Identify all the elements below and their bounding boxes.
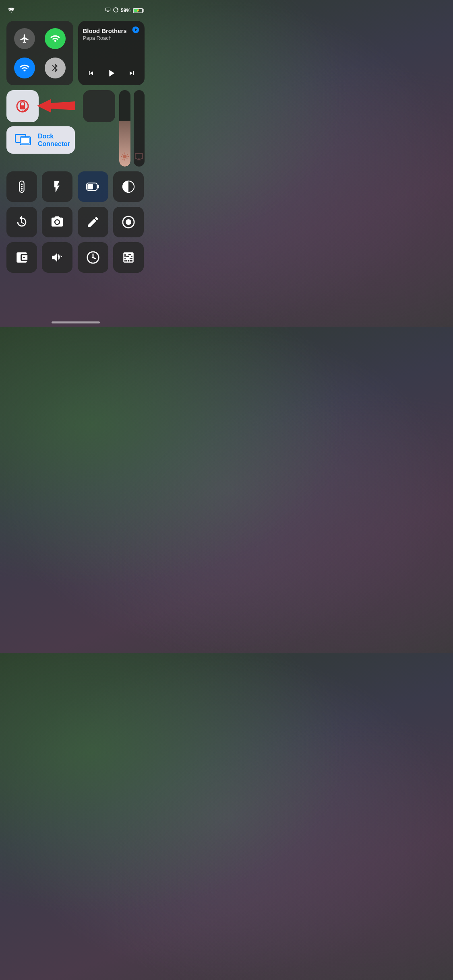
svg-rect-20: [56, 255, 57, 257]
camera-button[interactable]: [42, 207, 72, 237]
portrait-lock-button[interactable]: [6, 90, 39, 122]
svg-rect-21: [58, 254, 59, 257]
bluetooth-button[interactable]: [45, 58, 66, 78]
svg-rect-23: [61, 256, 62, 257]
svg-rect-11: [21, 186, 23, 187]
control-center: Blood Brothers Papa Roach: [0, 18, 151, 276]
brightness-slider[interactable]: [119, 90, 130, 167]
svg-point-10: [21, 183, 23, 185]
svg-rect-16: [87, 184, 93, 189]
next-button[interactable]: [127, 69, 137, 79]
top-row: Blood Brothers Papa Roach: [6, 21, 145, 85]
status-bar: 59% ⚡: [0, 0, 151, 18]
low-power-button[interactable]: [78, 171, 108, 202]
red-arrow-annotation: [37, 96, 77, 117]
status-left: [8, 7, 14, 14]
calculator-button[interactable]: [113, 242, 144, 273]
icon-grid-row3: [6, 242, 145, 273]
battery-percent-label: 59%: [121, 8, 130, 13]
play-button[interactable]: [105, 68, 117, 80]
music-title: Blood Brothers: [83, 27, 140, 34]
home-indicator: [52, 321, 100, 323]
music-player-panel[interactable]: Blood Brothers Papa Roach: [78, 21, 145, 85]
screen-record-button[interactable]: [113, 207, 144, 237]
icon-grid-row2: [6, 207, 145, 237]
wallet-button[interactable]: [6, 242, 37, 273]
flashlight-button[interactable]: [42, 171, 72, 202]
previous-button[interactable]: [86, 69, 96, 79]
volume-slider[interactable]: [134, 90, 145, 167]
dock-connector-label: Dock Connector: [38, 132, 70, 148]
edit-button[interactable]: [78, 207, 108, 237]
second-row: Dock Connector: [6, 90, 145, 167]
clock-button[interactable]: [78, 242, 108, 273]
sound-recognition-button[interactable]: [42, 242, 72, 273]
battery-icon: ⚡: [133, 8, 143, 13]
middle-column: [79, 90, 115, 122]
remote-button[interactable]: [6, 171, 37, 202]
wifi-button[interactable]: [14, 58, 35, 78]
svg-rect-12: [21, 188, 23, 189]
orientation-lock-status-icon: [113, 7, 118, 14]
music-controls: [83, 68, 140, 80]
svg-point-25: [92, 257, 93, 258]
airplay-volume-icon: [134, 152, 143, 163]
svg-rect-13: [21, 189, 23, 191]
svg-rect-0: [105, 8, 110, 11]
dock-connector-tooltip[interactable]: Dock Connector: [6, 126, 75, 154]
status-right: 59% ⚡: [105, 7, 143, 14]
cellular-button[interactable]: [45, 28, 66, 49]
svg-point-19: [126, 219, 131, 225]
connectivity-panel[interactable]: [6, 21, 73, 85]
wifi-status-icon: [8, 7, 14, 14]
svg-rect-15: [97, 185, 99, 188]
svg-rect-1: [107, 11, 109, 12]
brightness-icon: [120, 152, 129, 163]
music-airplay-button[interactable]: [132, 26, 140, 35]
music-info: Blood Brothers Papa Roach: [83, 26, 140, 41]
svg-rect-22: [60, 255, 60, 257]
dark-mode-button[interactable]: [113, 171, 144, 202]
do-not-disturb-button[interactable]: [83, 90, 115, 122]
airplane-mode-button[interactable]: [14, 28, 35, 49]
timer-button[interactable]: [6, 207, 37, 237]
svg-rect-4: [20, 105, 25, 109]
svg-marker-8: [37, 99, 75, 113]
music-artist: Papa Roach: [83, 35, 140, 41]
sliders-column: [119, 90, 145, 167]
dock-connector-icon: [14, 132, 32, 148]
screen-mirroring-icon: [105, 8, 111, 14]
icon-grid-row1: [6, 171, 145, 202]
svg-rect-6: [20, 137, 31, 145]
